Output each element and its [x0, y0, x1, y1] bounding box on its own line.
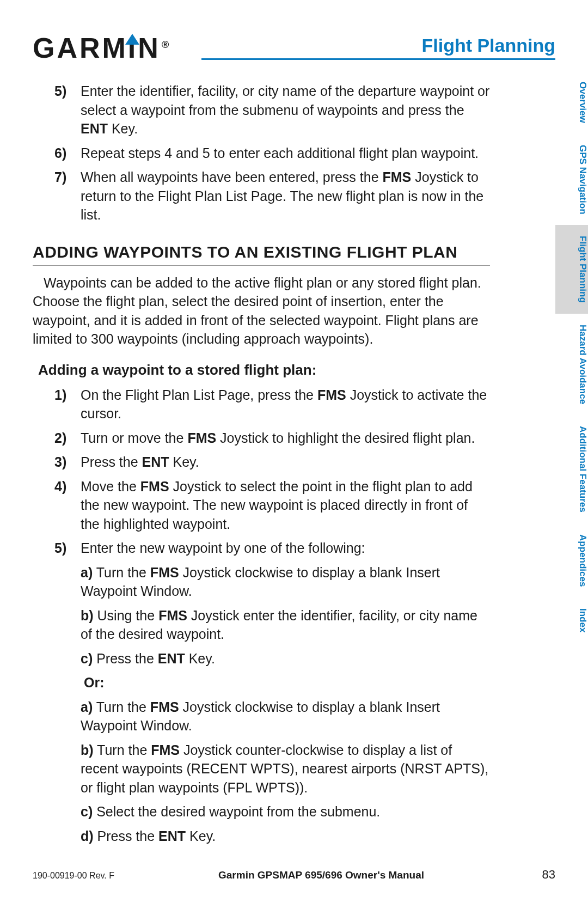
intro-paragraph: Waypoints can be added to the active fli…: [33, 273, 490, 349]
logo-triangle-icon: [125, 34, 139, 45]
tab-index[interactable]: Index: [555, 597, 588, 643]
substep-c2: c) Select the desired waypoint from the …: [81, 802, 490, 821]
section-title: Flight Planning: [201, 35, 555, 60]
tab-appendices[interactable]: Appendices: [555, 523, 588, 597]
substep-b2: b) Turn the FMS Joystick counter-clockwi…: [81, 741, 490, 797]
tab-gps-navigation[interactable]: GPS Navigation: [555, 134, 588, 225]
side-tabs: Overview GPS Navigation Flight Planning …: [555, 71, 588, 643]
tab-additional-features[interactable]: Additional Features: [555, 415, 588, 523]
stored-step-2: 2) Turn or move the FMS Joystick to high…: [54, 429, 490, 448]
logo-text: GARMIN®: [33, 32, 171, 64]
step-6: 6) Repeat steps 4 and 5 to enter each ad…: [54, 144, 490, 163]
subheading-stored-plan: Adding a waypoint to a stored flight pla…: [38, 361, 490, 380]
substep-b: b) Using the FMS Joystick enter the iden…: [81, 606, 490, 644]
substep-group-1: a) Turn the FMS Joystick clockwise to di…: [81, 563, 490, 846]
step-5: 5) Enter the identifier, facility, or ci…: [54, 82, 490, 138]
page-number: 83: [528, 868, 555, 882]
stored-plan-steps: 1) On the Flight Plan List Page, press t…: [54, 386, 490, 851]
manual-page: GARMIN® Flight Planning 5) Enter the ide…: [0, 0, 588, 909]
stored-step-4: 4) Move the FMS Joystick to select the p…: [54, 477, 490, 534]
substep-d2: d) Press the ENT Key.: [81, 827, 490, 846]
doc-revision: 190-00919-00 Rev. F: [33, 871, 114, 881]
page-footer: 190-00919-00 Rev. F Garmin GPSMAP 695/69…: [33, 868, 555, 882]
garmin-logo: GARMIN®: [33, 27, 185, 60]
tab-hazard-avoidance[interactable]: Hazard Avoidance: [555, 314, 588, 415]
page-content: 5) Enter the identifier, facility, or ci…: [33, 82, 490, 851]
tab-flight-planning[interactable]: Flight Planning: [555, 225, 588, 314]
page-header: GARMIN® Flight Planning: [33, 27, 555, 60]
manual-title: Garmin GPSMAP 695/696 Owner's Manual: [114, 869, 528, 881]
stored-step-3: 3) Press the ENT Key.: [54, 453, 490, 472]
tab-overview[interactable]: Overview: [555, 71, 588, 134]
substep-a2: a) Turn the FMS Joystick clockwise to di…: [81, 698, 490, 735]
substep-c: c) Press the ENT Key.: [81, 649, 490, 668]
substep-a: a) Turn the FMS Joystick clockwise to di…: [81, 563, 490, 601]
continued-steps-list: 5) Enter the identifier, facility, or ci…: [54, 82, 490, 224]
step-7: 7) When all waypoints have been entered,…: [54, 168, 490, 224]
stored-step-1: 1) On the Flight Plan List Page, press t…: [54, 386, 490, 423]
heading-adding-waypoints: ADDING WAYPOINTS TO AN EXISTING FLIGHT P…: [33, 241, 490, 266]
or-label: Or:: [84, 673, 490, 692]
stored-step-5: 5) Enter the new waypoint by one of the …: [54, 539, 490, 851]
